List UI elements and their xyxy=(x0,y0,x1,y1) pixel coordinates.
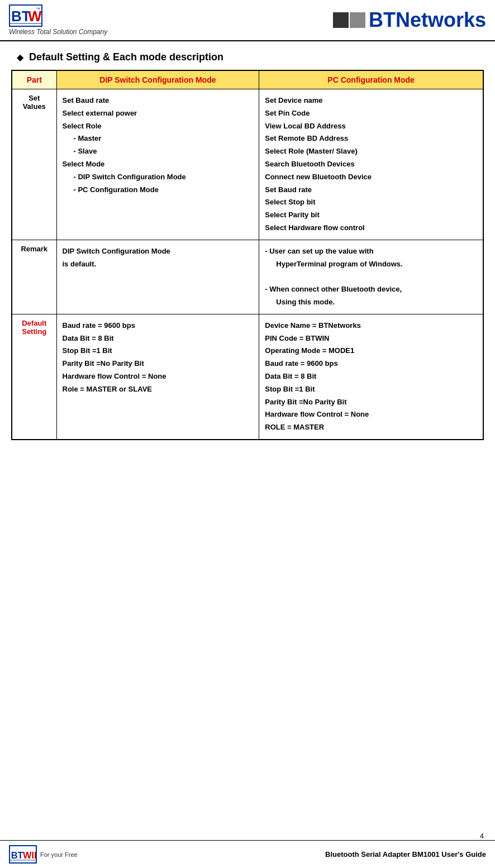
pc-remark-2: HyperTerminal program of Windows. xyxy=(276,259,477,270)
page-footer: BT WIN For your Free Bluetooth Serial Ad… xyxy=(0,840,495,868)
pc-sv-3: View Local BD Address xyxy=(265,121,477,132)
pc-sv-5: Select Role (Master/ Slave) xyxy=(265,146,477,158)
dip-sv-3: Select Role xyxy=(63,121,254,132)
dip-sv-5: - Slave xyxy=(74,146,254,158)
footer-logo-box: BT WIN xyxy=(9,845,37,864)
pc-def-3: Operating Mode = MODE1 xyxy=(265,345,477,357)
dip-sv-4: - Master xyxy=(74,133,254,145)
table-row-remark: Remark DIP Switch Configuration Mode is … xyxy=(12,240,483,314)
footer-free-label: For your Free xyxy=(40,851,78,858)
part-set-values-label: SetValues xyxy=(23,94,46,111)
dip-sv-1: Set Baud rate xyxy=(63,95,254,107)
svg-text:BT: BT xyxy=(11,850,23,860)
dip-remark-1: DIP Switch Configuration Mode xyxy=(63,246,254,257)
pc-remark-5: Using this mode. xyxy=(276,297,477,308)
pc-def-9: ROLE = MASTER xyxy=(265,422,477,433)
pc-sv-11: Select Hardware flow control xyxy=(265,222,477,234)
dip-def-3: Stop Bit =1 Bit xyxy=(63,345,254,357)
btwin-tm: ™ xyxy=(36,7,40,12)
btnetworks-logo: BTNetworks xyxy=(333,8,486,32)
page-number: 4 xyxy=(480,832,484,840)
dip-def-5: Hardware flow Control = None xyxy=(63,371,254,383)
pc-sv-7: Connect new Bluetooth Device xyxy=(265,171,477,183)
dip-sv-7: - DIP Switch Configuration Mode xyxy=(74,171,254,183)
header-left: BT WIN ™ Wireless Total Solution Company xyxy=(9,4,107,36)
btnetworks-sq1 xyxy=(333,12,349,28)
pc-def-7: Parity Bit =No Parity Bit xyxy=(265,397,477,408)
btnetworks-sq2 xyxy=(350,12,365,28)
dip-sv-2: Select external power xyxy=(63,108,254,120)
dip-remark-2: is default. xyxy=(63,259,254,270)
btwin-logo: BT WIN ™ xyxy=(9,4,42,27)
col-dip-header: DIP Switch Configuration Mode xyxy=(56,70,259,89)
pc-sv-4: Set Remote BD Address xyxy=(265,133,477,145)
pc-def-6: Stop Bit =1 Bit xyxy=(265,384,477,395)
page-header: BT WIN ™ Wireless Total Solution Company… xyxy=(0,0,495,41)
pc-set-values-cell: Set Device name Set Pin Code View Local … xyxy=(259,89,483,240)
dip-def-1: Baud rate = 9600 bps xyxy=(63,320,254,332)
dip-sv-6: Select Mode xyxy=(63,159,254,170)
btnetworks-name: BTNetworks xyxy=(369,8,486,32)
part-default-setting: DefaultSetting xyxy=(12,314,56,440)
btwin-logo-box: BT WIN ™ xyxy=(9,4,42,27)
footer-guide-title: Bluetooth Serial Adapter BM1001 User's G… xyxy=(325,850,486,859)
part-remark-label: Remark xyxy=(21,245,47,253)
pc-remark-3 xyxy=(265,271,477,283)
pc-sv-1: Set Device name xyxy=(265,95,477,107)
table-header-row: Part DIP Switch Configuration Mode PC Co… xyxy=(12,70,483,89)
dip-set-values-cell: Set Baud rate Select external power Sele… xyxy=(56,89,259,240)
table-row-set-values: SetValues Set Baud rate Select external … xyxy=(12,89,483,240)
pc-def-5: Data Bit = 8 Bit xyxy=(265,371,477,383)
footer-btwin-svg: BT WIN xyxy=(10,846,36,863)
pc-remark-4: - When connect other Bluetooth device, xyxy=(265,284,477,295)
pc-def-8: Hardware flow Control = None xyxy=(265,409,477,421)
pc-remark-1: - User can set up the value with xyxy=(265,246,477,257)
pc-def-1: Device Name = BTNetworks xyxy=(265,320,477,332)
dip-remark-cell: DIP Switch Configuration Mode is default… xyxy=(56,240,259,314)
pc-sv-6: Search Bluetooth Devices xyxy=(265,159,477,170)
col-part-header: Part xyxy=(12,70,56,89)
dip-default-cell: Baud rate = 9600 bps Data Bit = 8 Bit St… xyxy=(56,314,259,440)
pc-def-2: PIN Code = BTWIN xyxy=(265,333,477,345)
section-heading: ◆ Default Setting & Each mode descriptio… xyxy=(0,41,495,70)
pc-sv-10: Select Parity bit xyxy=(265,209,477,221)
main-table: Part DIP Switch Configuration Mode PC Co… xyxy=(11,70,484,440)
section-title: Default Setting & Each mode description xyxy=(29,51,223,63)
part-set-values: SetValues xyxy=(12,89,56,240)
diamond-bullet: ◆ xyxy=(17,52,23,63)
pc-sv-8: Set Baud rate xyxy=(265,184,477,196)
pc-default-cell: Device Name = BTNetworks PIN Code = BTWI… xyxy=(259,314,483,440)
wireless-label: Wireless Total Solution Company xyxy=(9,28,107,36)
dip-def-2: Data Bit = 8 Bit xyxy=(63,333,254,345)
dip-def-4: Parity Bit =No Parity Bit xyxy=(63,358,254,370)
pc-sv-9: Select Stop bit xyxy=(265,197,477,208)
dip-def-6: Role = MASTER or SLAVE xyxy=(63,384,254,395)
pc-sv-2: Set Pin Code xyxy=(265,108,477,120)
footer-logo-area: BT WIN For your Free xyxy=(9,845,78,864)
table-row-default-setting: DefaultSetting Baud rate = 9600 bps Data… xyxy=(12,314,483,440)
pc-def-4: Baud rate = 9600 bps xyxy=(265,358,477,370)
col-pc-header: PC Configuration Mode xyxy=(259,70,483,89)
btnetworks-squares xyxy=(333,12,365,28)
dip-sv-8: - PC Configuration Mode xyxy=(74,184,254,196)
pc-remark-cell: - User can set up the value with HyperTe… xyxy=(259,240,483,314)
part-default-label: DefaultSetting xyxy=(22,319,46,336)
svg-text:WIN: WIN xyxy=(23,850,36,860)
part-remark: Remark xyxy=(12,240,56,314)
